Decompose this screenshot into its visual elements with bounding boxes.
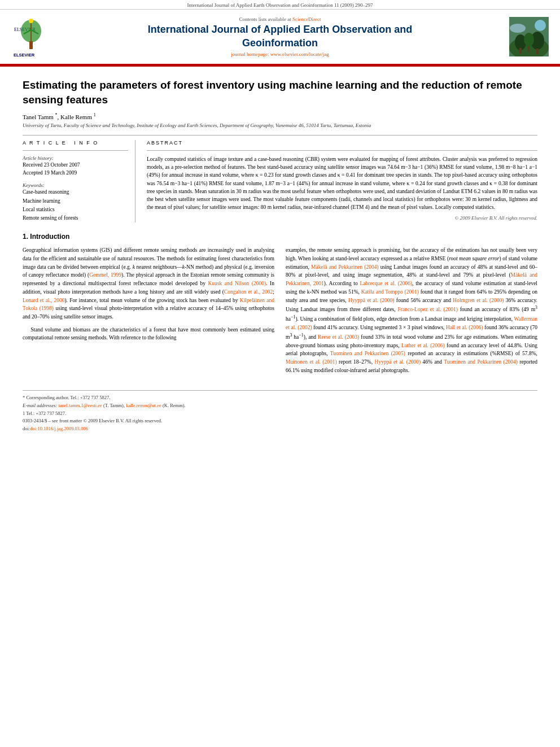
authors-line: Tanel Tamm *, Kalle Remm 1 [23,112,537,120]
article-wrapper: Estimating the parameters of forest inve… [0,67,560,444]
accepted-date: Accepted 19 March 2009 [23,169,128,177]
svg-point-18 [510,24,526,33]
intro-col1: Geographical information systems (GIS) a… [23,246,274,379]
intro-p2: Stand volume and biomass are the charact… [23,326,274,342]
ref-hyyppa2000b[interactable]: Hyyppä et al. (2000) [375,359,421,365]
introduction-section: 1. Introduction Geographical information… [23,233,537,433]
footnote-3: 1 Tel.: +372 737 5827. [23,410,537,418]
ref-reese[interactable]: Reese et al. (2003) [318,334,359,340]
journal-header: ELSEVIER ELSEVIER Contents lists availab… [0,10,560,65]
keyword-1: Case-based reasoning [23,188,128,196]
svg-point-13 [524,33,534,46]
article-info-abstract: A R T I C L E I N F O Article history: R… [23,140,537,222]
svg-rect-16 [528,46,530,52]
journal-homepage: journal homepage: www.elsevier.com/locat… [56,51,504,57]
keyword-4: Remote sensing of forests [23,214,128,222]
ref-congalton[interactable]: Congalton et al., 2002 [224,289,273,295]
ref-gemmel[interactable]: Gemmel, 1999 [89,272,121,278]
keyword-3: Local statistics [23,206,128,214]
ref-muinonen[interactable]: Muinonen et al. (2001) [286,359,337,365]
footnote-1: * Corresponding author. Tel.: +372 737 5… [23,394,537,402]
ref-lonard[interactable]: Lonard et al., 2000 [23,298,64,303]
keywords-label: Keywords: [23,182,128,188]
footnote-4: 0303-2434/$ – see front matter © 2009 El… [23,417,537,425]
email-tamm[interactable]: tanel.tamm.1@eesti.ee [58,403,102,408]
author-names: Tanel Tamm *, Kalle Remm 1 [23,113,96,120]
ref-hyyppa2000[interactable]: Hyyppä et al. (2000) [348,298,395,303]
intro-col2: examples, the remote sensing approach is… [286,246,537,379]
divider2 [23,150,128,151]
copyright: © 2009 Elsevier B.V. All rights reserved… [147,215,537,221]
article-title: Estimating the parameters of forest inve… [23,78,537,107]
divider [23,135,537,136]
ref-kuusk[interactable]: Kuusk and Nilson (2000) [208,281,266,286]
intro-title: 1. Introduction [23,233,537,241]
journal-citation: International Journal of Applied Earth O… [187,2,373,8]
sciencedirect-link[interactable]: ScienceDirect [292,16,321,22]
svg-point-4 [29,19,33,23]
elsevier-logo: ELSEVIER ELSEVIER [11,14,51,59]
email-remm[interactable]: kalle.remm@ut.ee [126,403,161,408]
ref-hall[interactable]: Hall et al. (2006) [446,325,483,330]
keywords-block: Keywords: Case-based reasoning Machine l… [23,182,128,222]
right-column: ABSTRACT Locally computed statistics of … [147,140,537,222]
ref-tuominen2005[interactable]: Tuominen and Pekkarinen (2005) [330,351,405,356]
svg-rect-14 [519,48,522,54]
footnote-doi: doi:doi:10.1016/j.jag.2009.03.006 [23,425,537,433]
ref-wallerman[interactable]: Wallerman et al. (2002) [286,316,537,330]
ref-holmgren[interactable]: Holmgren et al. (2000) [453,298,504,303]
intro-body: Geographical information systems (GIS) a… [23,246,537,379]
doi-link[interactable]: doi:10.1016/j.jag.2009.03.006 [30,426,88,431]
left-column: A R T I C L E I N F O Article history: R… [23,140,135,222]
journal-homepage-link[interactable]: journal homepage: www.elsevier.com/locat… [231,51,329,57]
svg-rect-15 [536,49,539,54]
ref-katila[interactable]: Katila and Tomppo (2001) [361,289,419,295]
intro-p1: Geographical information systems (GIS) a… [23,246,274,321]
article-history-block: Article history: Received 23 October 200… [23,155,128,177]
abstract-section-label: ABSTRACT [147,140,537,146]
journal-thumbnail [509,17,549,56]
svg-rect-3 [29,41,33,49]
ref-labrecque[interactable]: Labrecque et al. (2006) [360,281,412,286]
article-info-section-label: A R T I C L E I N F O [23,140,128,146]
footnotes: * Corresponding author. Tel.: +372 737 5… [23,390,537,433]
svg-text:ELSEVIER: ELSEVIER [14,53,35,58]
journal-title-block: Contents lists available at ScienceDirec… [56,16,504,57]
history-label: Article history: [23,155,128,161]
affiliation: University of Tartu, Faculty of Science … [23,123,537,128]
ref-tuominen2004[interactable]: Tuominen and Pekkarinen (2004) [444,359,518,365]
abstract-text: Locally computed statistics of image tex… [147,155,537,212]
footnote-2: E-mail addresses: tanel.tamm.1@eesti.ee … [23,402,537,410]
journal-title: International Journal of Applied Earth O… [56,23,504,50]
sciencedirect-line: Contents lists available at ScienceDirec… [56,16,504,22]
ref-luther[interactable]: Luther et al. (2006) [401,343,445,348]
svg-point-17 [535,20,546,31]
ref-makela2004[interactable]: Mäkelä and Pekkarinen (2004) [311,264,379,270]
ref-franco[interactable]: Franco-Lopez et al. (2001) [398,307,458,312]
intro-col2-p1: examples, the remote sensing approach is… [286,246,537,374]
received-date: Received 23 October 2007 [23,161,128,169]
top-bar: International Journal of Applied Earth O… [0,0,560,10]
keyword-2: Machine learning [23,197,128,206]
divider3 [147,150,537,151]
